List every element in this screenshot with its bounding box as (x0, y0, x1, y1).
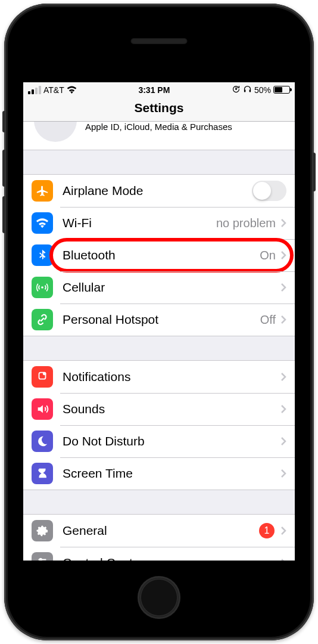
wifi-icon (67, 86, 77, 94)
speaker-grill (131, 38, 188, 44)
power-button (313, 153, 316, 191)
svg-rect-1 (244, 89, 246, 92)
battery-icon (273, 86, 290, 94)
svg-rect-0 (235, 88, 237, 89)
settings-group: Notifications Sounds Do Not Disturb Scre… (23, 360, 295, 490)
page-title: Settings (23, 101, 295, 115)
row-bluetooth[interactable]: Bluetooth On (23, 239, 295, 271)
speaker-icon (32, 398, 53, 420)
moon-icon (32, 431, 53, 452)
general-badge: 1 (259, 523, 275, 538)
do-not-disturb-label: Do Not Disturb (63, 434, 280, 448)
bluetooth-label: Bluetooth (63, 248, 260, 262)
clock: 3:31 PM (138, 85, 170, 95)
settings-scroll[interactable]: Apple ID, iCloud, Media & Purchases Airp… (23, 122, 295, 561)
row-do-not-disturb[interactable]: Do Not Disturb (23, 425, 295, 457)
row-personal-hotspot[interactable]: Personal Hotspot Off (23, 304, 295, 336)
battery-pct-label: 50% (254, 85, 271, 95)
chevron-icon (280, 526, 286, 535)
sliders-icon (32, 552, 53, 561)
apple-id-row[interactable]: Apple ID, iCloud, Media & Purchases (23, 122, 295, 150)
row-wi-fi[interactable]: Wi-Fi no problem (23, 207, 295, 239)
chevron-icon (280, 218, 286, 228)
phone-bezel: AT&T 3:31 PM 50% (8, 7, 310, 637)
chevron-icon (280, 283, 286, 292)
row-general[interactable]: General 1 (23, 515, 295, 547)
chevron-icon (280, 315, 286, 324)
svg-point-4 (43, 372, 46, 376)
row-screen-time[interactable]: Screen Time (23, 457, 295, 490)
navbar: Settings (23, 97, 295, 122)
row-control-center[interactable]: Control Center (23, 547, 295, 561)
cellular-label: Cellular (63, 280, 280, 295)
chevron-icon (280, 469, 286, 478)
row-notifications[interactable]: Notifications (23, 361, 295, 393)
chevron-icon (280, 372, 286, 382)
home-button[interactable] (138, 576, 180, 619)
carrier-label: AT&T (43, 85, 64, 95)
headphones-icon (243, 85, 252, 95)
row-cellular[interactable]: Cellular (23, 271, 295, 304)
control-center-label: Control Center (63, 556, 280, 561)
screen-time-label: Screen Time (63, 466, 280, 481)
row-sounds[interactable]: Sounds (23, 393, 295, 425)
hourglass-icon (32, 463, 53, 484)
bluetooth-value: On (260, 249, 276, 262)
status-bar: AT&T 3:31 PM 50% (23, 82, 295, 97)
link-icon (32, 309, 53, 330)
svg-point-5 (39, 559, 42, 561)
personal-hotspot-label: Personal Hotspot (63, 312, 260, 327)
chevron-icon (280, 558, 286, 561)
volume-down-button (2, 196, 5, 233)
volume-up-button (2, 150, 5, 187)
airplane-mode-toggle[interactable] (252, 181, 286, 201)
screen: AT&T 3:31 PM 50% (23, 82, 295, 561)
wifi-icon (32, 212, 53, 234)
antenna-icon (32, 277, 53, 298)
wi-fi-label: Wi-Fi (63, 216, 216, 230)
chevron-icon (280, 436, 286, 446)
sounds-label: Sounds (63, 402, 280, 416)
wi-fi-value: no problem (216, 216, 276, 230)
svg-rect-2 (250, 89, 251, 92)
chevron-icon (280, 250, 286, 260)
row-airplane-mode[interactable]: Airplane Mode (23, 175, 295, 207)
gear-icon (32, 520, 53, 541)
notifications-label: Notifications (63, 370, 280, 384)
phone-frame: AT&T 3:31 PM 50% (4, 4, 314, 640)
avatar (34, 122, 77, 142)
general-label: General (63, 524, 259, 538)
personal-hotspot-value: Off (260, 313, 276, 327)
settings-group: General 1 Control Center (23, 514, 295, 561)
settings-group: Airplane Mode Wi-Fi no problem Bluetooth… (23, 174, 295, 336)
signal-icon (28, 86, 41, 94)
airplane-mode-label: Airplane Mode (63, 184, 252, 198)
chevron-icon (280, 404, 286, 414)
bluetooth-icon (32, 244, 53, 266)
orientation-lock-icon (232, 85, 241, 95)
bell-icon (32, 366, 53, 388)
mute-switch (2, 111, 5, 132)
apple-id-subtitle: Apple ID, iCloud, Media & Purchases (85, 122, 232, 132)
airplane-icon (32, 180, 53, 202)
